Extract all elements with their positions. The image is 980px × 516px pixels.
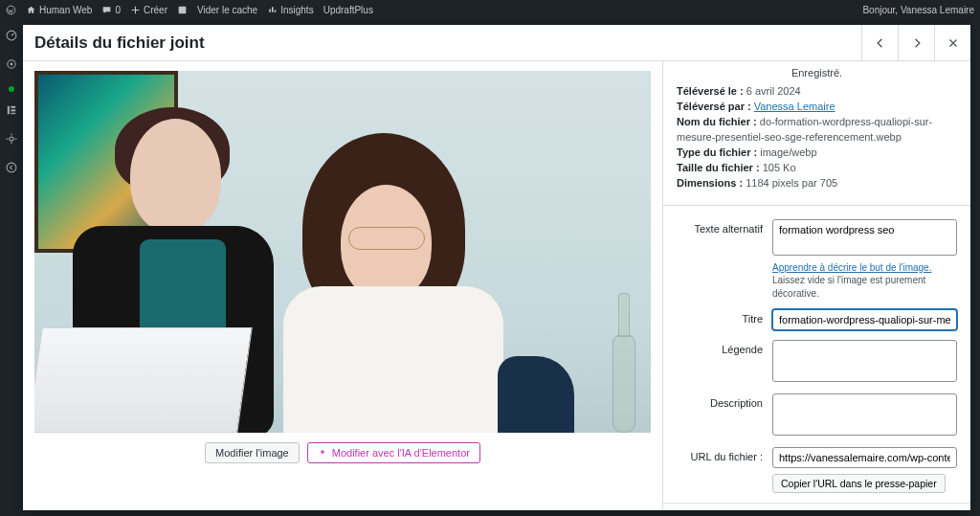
description-label: Description bbox=[677, 393, 772, 409]
svg-rect-1 bbox=[179, 6, 187, 13]
svg-rect-8 bbox=[11, 113, 15, 114]
meta-filesize: Taille du fichier : 105 Ko bbox=[677, 161, 957, 176]
title-input[interactable] bbox=[772, 309, 957, 330]
attachment-image bbox=[34, 71, 651, 433]
attachment-details-modal: Détails du fichier joint Modifier bbox=[23, 25, 970, 510]
wp-logo-icon[interactable] bbox=[6, 5, 16, 15]
site-name: Human Web bbox=[39, 5, 92, 15]
modal-title: Détails du fichier joint bbox=[34, 34, 205, 53]
dashboard-icon[interactable] bbox=[5, 29, 18, 46]
comments-link[interactable]: 0 bbox=[101, 5, 121, 15]
alt-text-label: Texte alternatif bbox=[677, 219, 772, 235]
svg-point-4 bbox=[11, 63, 13, 66]
title-label: Titre bbox=[677, 309, 772, 325]
copy-url-button[interactable]: Copier l'URL dans le presse-papier bbox=[772, 474, 946, 493]
file-url-input[interactable] bbox=[772, 447, 957, 468]
attachment-preview-pane: Modifier l'image Modifier avec l'IA d'El… bbox=[23, 61, 662, 510]
svg-rect-6 bbox=[11, 106, 15, 108]
prev-attachment-button[interactable] bbox=[861, 25, 898, 60]
new-label: Créer bbox=[144, 5, 167, 15]
site-home-link[interactable]: Human Web bbox=[26, 5, 92, 15]
modal-header: Détails du fichier joint bbox=[23, 25, 970, 61]
edit-image-button[interactable]: Modifier l'image bbox=[205, 442, 300, 463]
settings-icon[interactable] bbox=[5, 132, 18, 149]
elementor-icon[interactable] bbox=[5, 103, 18, 121]
admin-sidebar-collapsed bbox=[0, 19, 23, 516]
caption-input[interactable] bbox=[772, 340, 957, 382]
admin-bar: Human Web 0 Créer Vider le cache Insight… bbox=[0, 0, 980, 19]
file-url-label: URL du fichier : bbox=[677, 447, 772, 462]
new-content-link[interactable]: Créer bbox=[130, 5, 167, 15]
updraft-link[interactable]: UpdraftPlus bbox=[323, 5, 373, 15]
account-greeting[interactable]: Bonjour, Vanessa Lemaire bbox=[862, 5, 974, 15]
author-link[interactable]: Vanessa Lemaire bbox=[754, 101, 835, 112]
insights-link[interactable]: Insights bbox=[267, 5, 313, 15]
description-input[interactable] bbox=[772, 393, 957, 436]
status-dot-icon bbox=[9, 86, 14, 92]
yoast-link[interactable] bbox=[177, 5, 188, 15]
edit-with-ai-button[interactable]: Modifier avec l'IA d'Elementor bbox=[307, 442, 480, 463]
meta-uploaded-by: Téléversé par : Vanessa Lemaire bbox=[677, 100, 957, 115]
clear-cache-link[interactable]: Vider le cache bbox=[197, 5, 257, 15]
alt-hint-link[interactable]: Apprendre à décrire le but de l'image. bbox=[772, 262, 931, 273]
svg-point-9 bbox=[10, 137, 13, 141]
alt-text-input[interactable]: <span></span> bbox=[772, 219, 957, 256]
edit-with-ai-label: Modifier avec l'IA d'Elementor bbox=[332, 447, 470, 459]
meta-dimensions: Dimensions : 1184 pixels par 705 bbox=[677, 176, 957, 191]
saved-status: Enregistré. bbox=[677, 67, 957, 79]
meta-filetype: Type du fichier : image/webp bbox=[677, 146, 957, 161]
svg-rect-5 bbox=[8, 106, 10, 114]
close-modal-button[interactable] bbox=[934, 25, 970, 60]
svg-rect-7 bbox=[11, 109, 15, 111]
svg-point-10 bbox=[7, 163, 16, 172]
alt-text-hint: Apprendre à décrire le but de l'image. L… bbox=[772, 261, 957, 301]
collapse-icon[interactable] bbox=[5, 161, 18, 178]
meta-filename: Nom du fichier : do-formation-wordpress-… bbox=[677, 115, 957, 146]
attachment-details-pane[interactable]: Enregistré. Téléversé le : 6 avril 2024 … bbox=[662, 61, 970, 510]
target-icon[interactable] bbox=[5, 57, 18, 75]
meta-uploaded-on: Téléversé le : 6 avril 2024 bbox=[677, 84, 957, 100]
comments-count: 0 bbox=[115, 5, 121, 15]
next-attachment-button[interactable] bbox=[898, 25, 934, 60]
caption-label: Légende bbox=[677, 340, 772, 355]
sparkle-icon bbox=[318, 448, 327, 458]
